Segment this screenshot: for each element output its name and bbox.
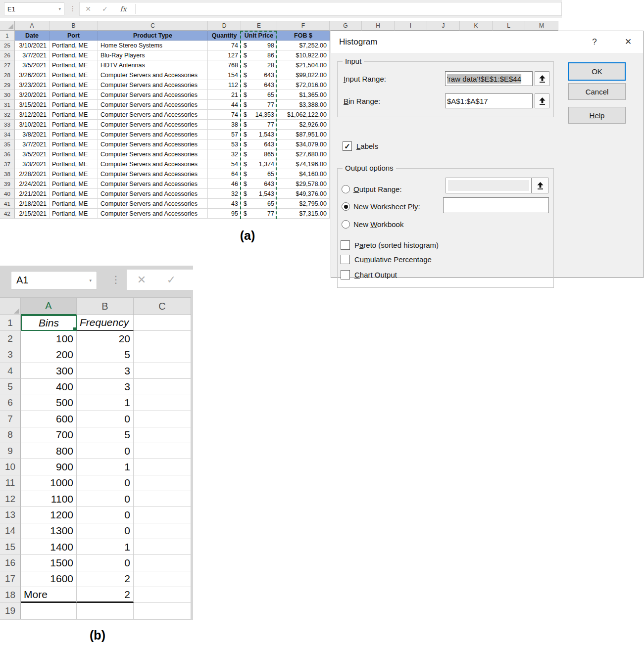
cell-fob[interactable]: $74,196.00	[277, 159, 330, 169]
row-number[interactable]: 42	[0, 209, 15, 219]
cell-port[interactable]: Portland, ME	[50, 139, 98, 149]
row-number[interactable]: 34	[0, 130, 15, 139]
column-header-F[interactable]: F	[277, 21, 330, 31]
cell-frequency[interactable]: 0	[77, 555, 134, 571]
cell-unit-price[interactable]: $14,353	[241, 110, 277, 120]
cell-empty[interactable]	[134, 523, 191, 539]
row-number[interactable]: 33	[0, 120, 15, 130]
dialog-titlebar[interactable]: Histogram ? ✕	[331, 31, 643, 53]
cell-unit-price[interactable]: $98	[241, 41, 277, 50]
formula-bar[interactable]: ✕ ✓	[127, 270, 193, 290]
column-header-A[interactable]: A	[15, 21, 50, 31]
cell-date[interactable]: 3/15/2021	[15, 100, 50, 110]
cell-port[interactable]: Portland, ME	[50, 60, 98, 70]
cell-unit-price[interactable]: $77	[241, 100, 277, 110]
help-button[interactable]: Help	[568, 107, 626, 124]
chart-output-checkbox[interactable]	[341, 270, 350, 279]
cell-date[interactable]: 2/18/2021	[15, 199, 50, 209]
cell-product[interactable]: Computer Servers and Accessories	[98, 90, 208, 100]
cell-unit-price[interactable]: $65	[241, 199, 277, 209]
cell-product[interactable]: Blu-Ray Players	[98, 50, 208, 60]
cell-date[interactable]: 3/8/2021	[15, 130, 50, 139]
cell-date[interactable]: 3/20/2021	[15, 90, 50, 100]
column-header-B[interactable]: B	[50, 21, 98, 31]
cell-unit-price[interactable]: $86	[241, 50, 277, 60]
cell-product[interactable]: Computer Servers and Accessories	[98, 100, 208, 110]
cell-empty[interactable]	[134, 411, 191, 427]
enter-entry-icon[interactable]: ✓	[156, 274, 186, 286]
cell-unit-price[interactable]: $865	[241, 149, 277, 159]
cell-product[interactable]: Computer Servers and Accessories	[98, 199, 208, 209]
cell-port[interactable]: Portland, ME	[50, 209, 98, 219]
cell-fob[interactable]: $87,951.00	[277, 130, 330, 139]
cell-product[interactable]: Computer Servers and Accessories	[98, 159, 208, 169]
cell-quantity[interactable]: 768	[208, 60, 241, 70]
cell-quantity[interactable]: 46	[208, 179, 241, 189]
cell-bin[interactable]: 1000	[21, 475, 77, 491]
cell-frequency[interactable]	[77, 603, 134, 619]
cell-quantity[interactable]: 32	[208, 189, 241, 199]
cell-quantity[interactable]: 154	[208, 70, 241, 80]
cell-product[interactable]: Computer Servers and Accessories	[98, 70, 208, 80]
cell-date[interactable]: 2/15/2021	[15, 209, 50, 219]
cell-empty[interactable]	[134, 427, 191, 443]
cell-quantity[interactable]: 53	[208, 139, 241, 149]
cell-empty[interactable]	[134, 507, 191, 523]
cell-product[interactable]: Computer Servers and Accessories	[98, 169, 208, 179]
cell-port[interactable]: Portland, ME	[50, 189, 98, 199]
cell-empty[interactable]	[134, 443, 191, 459]
select-all-corner[interactable]	[0, 21, 15, 31]
cell-frequency[interactable]: 5	[77, 427, 134, 443]
labels-checkbox[interactable]: ✓	[343, 141, 352, 151]
cell-fob[interactable]: $27,680.00	[277, 149, 330, 159]
cell-bin[interactable]: 500	[21, 395, 77, 411]
cell-date[interactable]: 2/28/2021	[15, 169, 50, 179]
new-worksheet-ply-radio[interactable]	[342, 202, 350, 211]
row-number[interactable]: 36	[0, 149, 15, 159]
cell-fob[interactable]: $10,922.00	[277, 50, 330, 60]
cell-frequency[interactable]: 2	[77, 571, 134, 587]
cell-unit-price[interactable]: $643	[241, 70, 277, 80]
cell-fob[interactable]: $49,376.00	[277, 189, 330, 199]
cell-empty[interactable]	[134, 603, 191, 619]
cell-date[interactable]: 3/7/2021	[15, 139, 50, 149]
cell-bin[interactable]: 300	[21, 363, 77, 379]
cell-fob[interactable]: $1,365.00	[277, 90, 330, 100]
cell-fob[interactable]: $99,022.00	[277, 70, 330, 80]
cell-product[interactable]: Computer Servers and Accessories	[98, 110, 208, 120]
cell-date[interactable]: 3/5/2021	[15, 149, 50, 159]
cell-fob[interactable]: $2,795.00	[277, 199, 330, 209]
cell-port[interactable]: Portland, ME	[50, 80, 98, 90]
cell-quantity[interactable]: 95	[208, 209, 241, 219]
enter-entry-icon[interactable]: ✓	[97, 5, 113, 13]
cell-fob[interactable]: $72,016.00	[277, 80, 330, 90]
cell-bin[interactable]: 1400	[21, 539, 77, 555]
cell-empty[interactable]	[134, 555, 191, 571]
cell-empty[interactable]	[134, 571, 191, 587]
cancel-button[interactable]: Cancel	[568, 83, 626, 100]
row-number[interactable]: 26	[0, 50, 15, 60]
cell-bin[interactable]	[21, 603, 77, 619]
input-range-picker-button[interactable]	[535, 71, 549, 86]
cell-frequency[interactable]: 0	[77, 411, 134, 427]
bin-range-picker-button[interactable]	[535, 93, 549, 108]
row-number[interactable]: 16	[0, 555, 21, 571]
row-number[interactable]: 37	[0, 159, 15, 169]
cell-unit-price[interactable]: $1,543	[241, 189, 277, 199]
cell-bin[interactable]: 200	[21, 347, 77, 363]
cell-frequency[interactable]: 0	[77, 443, 134, 459]
cell-fob[interactable]: $4,160.00	[277, 169, 330, 179]
cell-quantity[interactable]: 74	[208, 41, 241, 50]
cell-quantity[interactable]: 32	[208, 149, 241, 159]
cell-frequency[interactable]: 20	[77, 331, 134, 347]
row-number[interactable]: 14	[0, 523, 21, 539]
cell-unit-price[interactable]: $643	[241, 139, 277, 149]
cell-frequency[interactable]: 1	[77, 395, 134, 411]
column-header-B[interactable]: B	[77, 297, 134, 315]
cell-empty[interactable]	[134, 347, 191, 363]
row-number[interactable]: 5	[0, 379, 21, 395]
cell-unit-price[interactable]: $1,543	[241, 130, 277, 139]
row-number[interactable]: 3	[0, 347, 21, 363]
header-cell-date[interactable]: Date	[15, 31, 50, 41]
row-number[interactable]: 10	[0, 459, 21, 475]
